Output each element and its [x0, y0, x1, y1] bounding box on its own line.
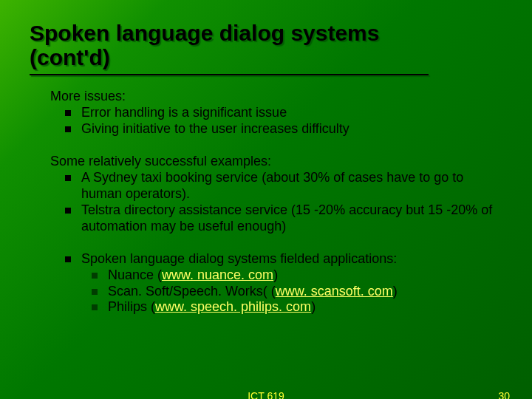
- examples-intro: Some relatively successful examples:: [50, 154, 502, 170]
- list-item: Giving initiative to the user increases …: [65, 121, 502, 137]
- link-suffix: ): [311, 299, 316, 314]
- applications-sublist: Nuance (www. nuance. com) Scan. Soft/Spe…: [50, 267, 502, 316]
- bullet-text: Spoken language dialog systems fielded a…: [81, 251, 397, 267]
- footer-course-code: ICT 619: [248, 390, 284, 399]
- sub-bullet-text: Nuance (www. nuance. com): [108, 267, 278, 284]
- bullet-text: Telstra directory assistance service (15…: [81, 202, 502, 235]
- bullet-text: Error handling is a significant issue: [81, 105, 287, 121]
- slide-number: 30: [498, 390, 510, 399]
- list-item: Spoken language dialog systems fielded a…: [65, 251, 502, 267]
- slide: Spoken language dialog systems (cont'd) …: [0, 0, 532, 399]
- list-item: Telstra directory assistance service (15…: [65, 202, 502, 235]
- square-bullet-icon: [92, 304, 98, 310]
- list-item: Error handling is a significant issue: [65, 105, 502, 121]
- scansoft-link[interactable]: www. scansoft. com: [276, 284, 393, 299]
- link-suffix: ): [393, 284, 398, 299]
- link-suffix: ): [273, 267, 278, 282]
- list-item: Nuance (www. nuance. com): [92, 267, 502, 284]
- title-underline: [30, 74, 429, 75]
- section-examples: Some relatively successful examples: A S…: [50, 154, 502, 235]
- square-bullet-icon: [65, 208, 71, 214]
- square-bullet-icon: [65, 126, 71, 132]
- section-applications: Spoken language dialog systems fielded a…: [50, 251, 502, 316]
- list-item: Scan. Soft/Speech. Works( (www. scansoft…: [92, 284, 502, 300]
- link-prefix: Nuance (: [108, 267, 162, 282]
- square-bullet-icon: [92, 289, 98, 295]
- square-bullet-icon: [65, 110, 71, 116]
- title-line-2: (cont'd): [30, 45, 110, 69]
- square-bullet-icon: [92, 273, 98, 279]
- list-item: A Sydney taxi booking service (about 30%…: [65, 170, 502, 202]
- philips-link[interactable]: www. speech. philips. com: [155, 299, 311, 314]
- examples-list: A Sydney taxi booking service (about 30%…: [50, 170, 502, 235]
- bullet-text: Giving initiative to the user increases …: [81, 121, 349, 137]
- list-item: Philips (www. speech. philips. com): [92, 299, 502, 316]
- link-prefix: Scan. Soft/Speech. Works( (: [108, 284, 276, 299]
- bullet-text: A Sydney taxi booking service (about 30%…: [81, 170, 502, 202]
- sub-bullet-text: Scan. Soft/Speech. Works( (www. scansoft…: [108, 284, 398, 300]
- square-bullet-icon: [65, 175, 71, 181]
- link-prefix: Philips (: [108, 299, 155, 314]
- section-issues: More issues: Error handling is a signifi…: [50, 89, 502, 137]
- slide-title: Spoken language dialog systems (cont'd): [30, 21, 502, 69]
- square-bullet-icon: [65, 256, 71, 262]
- applications-top: Spoken language dialog systems fielded a…: [50, 251, 502, 267]
- issues-list: Error handling is a significant issue Gi…: [50, 105, 502, 137]
- slide-body: More issues: Error handling is a signifi…: [30, 89, 502, 316]
- title-line-1: Spoken language dialog systems: [30, 21, 379, 45]
- issues-intro: More issues:: [50, 89, 502, 105]
- nuance-link[interactable]: www. nuance. com: [162, 267, 273, 282]
- sub-bullet-text: Philips (www. speech. philips. com): [108, 299, 316, 316]
